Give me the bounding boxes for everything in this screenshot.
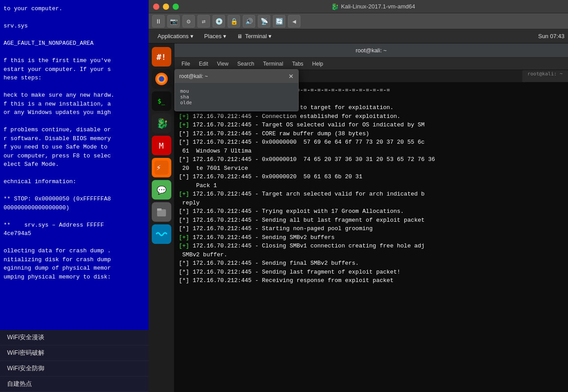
lock-button[interactable]: 🔒 <box>228 15 240 27</box>
term-line-12: Pack 1 <box>179 181 564 190</box>
term-line-19: [+] 172.16.70.212:445 - Closing SMBv1 co… <box>179 242 564 251</box>
pause-button[interactable]: ⏸ <box>152 15 165 27</box>
kali-menubar: Applications ▾ Places ▾ 🖥 Terminal ▾ Sun… <box>149 29 568 43</box>
bsod-text: to your computer. srv.sys AGE_FAULT_IN_N… <box>4 4 145 281</box>
term-line-6: [*] 172.16.70.212:445 - CORE raw buffer … <box>179 129 564 138</box>
network-icon: 📡 <box>260 18 268 25</box>
terminal-menu[interactable]: 🖥 Terminal ▾ <box>232 31 277 41</box>
term-line-14: reply <box>179 199 564 208</box>
kali-sidebar: #! $_ 🐉 M <box>149 43 174 392</box>
vm-close-button[interactable] <box>153 4 159 10</box>
dialog-close-button[interactable]: ✕ <box>288 73 294 80</box>
arrows-icon: ⇄ <box>202 18 205 25</box>
terminal-tab-2[interactable]: root@kali: ~ <box>522 70 568 82</box>
terminal-titlebar: root@kali: ~ <box>174 43 568 58</box>
terminal-output: [-] 172.16.70.212:445 - =-=-=-=-=-=-=-=-… <box>174 82 568 392</box>
terminal-menubar: File Edit View Search Terminal Tabs Help <box>174 58 568 70</box>
help-menu[interactable]: Help <box>309 60 327 68</box>
applications-label: Applications <box>158 33 189 39</box>
term-line-23: [*] 172.16.70.212:445 - Receiving respon… <box>179 276 564 285</box>
settings-icon: ⚙ <box>187 18 190 25</box>
kali-vm-panel: 🐉 Kali-Linux-2017.1-vm-amd64 ⏸ 📷 ⚙ ⇄ 💿 🔒… <box>149 0 568 392</box>
wifi-crack-menu-item[interactable]: WiFi密码破解 <box>0 345 149 361</box>
sidebar-icon-terminal[interactable]: $_ <box>152 91 171 111</box>
sidebar-icon-metasploit[interactable]: M <box>152 136 171 155</box>
refresh-icon: 🔄 <box>276 18 283 25</box>
network-button[interactable]: 📡 <box>258 15 270 27</box>
back-icon: ◀ <box>292 18 296 25</box>
applications-arrow-icon: ▾ <box>190 33 193 39</box>
sidebar-icon-files[interactable] <box>152 202 171 222</box>
desktop-area: #! $_ 🐉 M <box>149 43 568 392</box>
dialog-titlebar: root@kali: ~ ✕ <box>175 70 298 83</box>
file-menu[interactable]: File <box>178 60 193 68</box>
sidebar-icon-firefox[interactable] <box>152 69 171 89</box>
terminal-menu-item[interactable]: Terminal <box>260 60 287 68</box>
term-line-18: [+] 172.16.70.212:445 - Sending SMBv2 bu… <box>179 233 564 242</box>
tabs-menu[interactable]: Tabs <box>288 60 307 68</box>
term-line-5: [+] 172.16.70.212:445 - Target OS select… <box>179 121 564 129</box>
term-line-9: [*] 172.16.70.212:445 - 0x00000010 74 65… <box>179 155 564 164</box>
dialog-content: moushaolde <box>175 83 298 111</box>
term-line-17: [*] 172.16.70.212:445 - Starting non-pag… <box>179 224 564 233</box>
svg-text:🐉: 🐉 <box>156 118 169 129</box>
disk-icon: 💿 <box>215 18 223 25</box>
vm-maximize-button[interactable] <box>173 4 179 10</box>
kali-desktop: Applications ▾ Places ▾ 🖥 Terminal ▾ Sun… <box>149 29 568 392</box>
sidebar-icon-shelobash[interactable]: #! <box>152 47 171 67</box>
arrows-button[interactable]: ⇄ <box>197 15 210 27</box>
terminal-menu-label: Terminal <box>245 33 267 39</box>
vm-titlebar: 🐉 Kali-Linux-2017.1-vm-amd64 <box>149 0 568 13</box>
volume-icon: 🔊 <box>245 18 253 25</box>
left-sidebar-menu: WiFi安全漫谈 WiFi密码破解 WiFi安全防御 自建热点 <box>0 330 149 392</box>
refresh-button[interactable]: 🔄 <box>273 15 285 27</box>
back-button[interactable]: ◀ <box>288 15 300 27</box>
vm-title-text: Kali-Linux-2017.1-vm-amd64 <box>341 3 415 10</box>
vm-toolbar: ⏸ 📷 ⚙ ⇄ 💿 🔒 🔊 📡 🔄 ◀ <box>149 13 568 29</box>
term-line-8: 61 Windows 7 Ultima <box>179 147 564 156</box>
search-menu[interactable]: Search <box>234 60 258 68</box>
svg-point-2 <box>159 76 164 82</box>
term-line-21: [*] 172.16.70.212:445 - Sending final SM… <box>179 259 564 268</box>
kali-icon: 🐉 <box>331 3 339 10</box>
wifi-defense-menu-item[interactable]: WiFi安全防御 <box>0 361 149 376</box>
hotspot-menu-item[interactable]: 自建热点 <box>0 376 149 392</box>
places-menu[interactable]: Places ▾ <box>199 31 232 41</box>
disk-button[interactable]: 💿 <box>213 15 225 27</box>
term-line-20: SMBv2 buffer. <box>179 251 564 259</box>
term-line-15: [*] 172.16.70.212:445 - Trying exploit w… <box>179 207 564 216</box>
term-line-7: [*] 172.16.70.212:445 - 0x00000000 57 69… <box>179 138 564 147</box>
places-label: Places <box>204 33 221 39</box>
settings-button[interactable]: ⚙ <box>182 15 195 27</box>
terminal-title: root@kali: ~ <box>356 47 387 54</box>
sidebar-icon-wave[interactable] <box>152 224 171 244</box>
term-line-16: [*] 172.16.70.212:445 - Sending all but … <box>179 216 564 225</box>
sidebar-icon-kali-dragon[interactable]: 🐉 <box>152 114 171 133</box>
volume-button[interactable]: 🔊 <box>243 15 255 27</box>
snapshot-icon: 📷 <box>170 18 178 25</box>
term-line-13: [+] 172.16.70.212:445 - Target arch sele… <box>179 190 564 199</box>
term-line-11: [*] 172.16.70.212:445 - 0x00000020 50 61… <box>179 172 564 181</box>
edit-menu[interactable]: Edit <box>195 60 212 68</box>
sidebar-icon-chat[interactable]: 💬 <box>152 180 171 200</box>
terminal-arrow-icon: ▾ <box>268 33 272 39</box>
vm-title: 🐉 Kali-Linux-2017.1-vm-amd64 <box>331 3 415 10</box>
snapshot-button[interactable]: 📷 <box>167 15 180 27</box>
dialog-title: root@kali: ~ <box>179 73 208 79</box>
applications-menu[interactable]: Applications ▾ <box>152 31 199 41</box>
vm-minimize-button[interactable] <box>163 4 169 10</box>
lock-icon: 🔒 <box>230 18 238 25</box>
pause-icon: ⏸ <box>155 18 162 25</box>
dialog-text: moushaolde <box>180 88 192 106</box>
svg-text:⚡: ⚡ <box>156 163 161 172</box>
view-menu[interactable]: View <box>213 60 232 68</box>
dialog-popup: root@kali: ~ ✕ moushaolde <box>174 69 299 111</box>
term-line-10: 20 te 7601 Service <box>179 164 564 173</box>
sidebar-icon-burpsuite[interactable]: ⚡ <box>152 158 171 177</box>
terminal-window-main: root@kali: ~ File Edit View Search Termi… <box>174 43 568 392</box>
places-arrow-icon: ▾ <box>223 33 226 39</box>
wifi-lecture-menu-item[interactable]: WiFi安全漫谈 <box>0 330 149 345</box>
svg-rect-7 <box>157 208 162 211</box>
term-line-4: [+] 172.16.70.212:445 - Connection estab… <box>179 112 564 121</box>
term-line-22: [*] 172.16.70.212:445 - Sending last fra… <box>179 268 564 277</box>
